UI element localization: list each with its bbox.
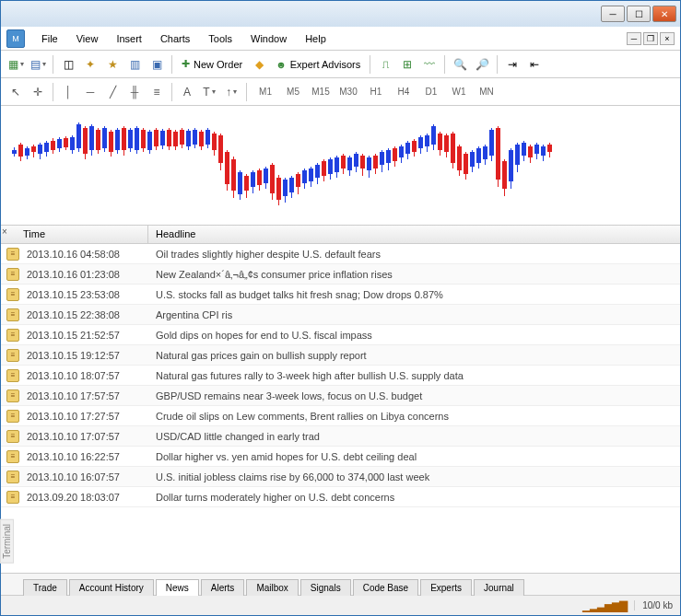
news-row[interactable]: ≡2013.10.10 17:57:57GBP/USD remains near…: [1, 386, 680, 406]
news-headline: New Zealand×´â‚¬â„¢s consumer price infl…: [148, 269, 680, 280]
bar-chart-icon[interactable]: ⎍: [376, 55, 394, 74]
news-time: 2013.10.10 17:27:57: [23, 411, 148, 422]
timeframe-w1[interactable]: W1: [446, 84, 472, 100]
statusbar: ▁▂▃▅▆▇ 10/0 kb: [1, 595, 680, 615]
chart-shift-icon[interactable]: ⇤: [525, 55, 544, 74]
terminal-label: Terminal: [0, 519, 14, 564]
navigator-icon[interactable]: ✦: [81, 55, 100, 74]
crosshair-icon[interactable]: ✛: [29, 83, 47, 101]
arrows-icon[interactable]: ↑: [222, 83, 241, 101]
news-item-icon: ≡: [6, 268, 19, 281]
new-chart-icon[interactable]: ▦: [6, 55, 25, 74]
cursor-icon[interactable]: ↖: [6, 83, 25, 101]
market-watch-icon[interactable]: ◫: [59, 55, 77, 74]
mdi-close-button[interactable]: ×: [660, 32, 675, 45]
news-headline: USD/CAD little changed in early trad: [148, 431, 680, 442]
text-label-icon[interactable]: T: [200, 83, 218, 101]
news-headline: Gold dips on hopes for end to U.S. fisca…: [148, 330, 680, 341]
menu-file[interactable]: File: [32, 30, 67, 47]
news-headline: U.S. initial jobless claims rise by 66,0…: [148, 471, 680, 482]
timeframe-m30[interactable]: M30: [335, 84, 361, 100]
news-row[interactable]: ≡2013.10.15 19:12:57Natural gas prices g…: [1, 345, 680, 366]
news-time: 2013.10.10 17:57:57: [23, 390, 148, 401]
menu-help[interactable]: Help: [296, 30, 335, 47]
auto-scroll-icon[interactable]: ⇥: [503, 55, 522, 74]
metaquotes-icon[interactable]: ◆: [250, 55, 268, 74]
news-row[interactable]: ≡2013.10.10 16:22:57Dollar higher vs. ye…: [1, 447, 680, 467]
window-close-button[interactable]: ✕: [652, 6, 676, 22]
channel-icon[interactable]: ╫: [125, 83, 144, 101]
tab-code-base[interactable]: Code Base: [353, 579, 418, 596]
standard-toolbar: ▦ ▤ ◫ ✦ ★ ▥ ▣ ✚ New Order ◆ ☻ Expert Adv…: [1, 51, 680, 78]
terminal-tabs: TradeAccount HistoryNewsAlertsMailboxSig…: [1, 573, 680, 595]
tab-journal[interactable]: Journal: [474, 579, 524, 596]
fibonacci-icon[interactable]: ≡: [147, 83, 166, 101]
pane-close-icon[interactable]: ×: [2, 227, 11, 236]
tab-account-history[interactable]: Account History: [69, 579, 154, 596]
chart-area[interactable]: [1, 106, 680, 226]
menu-tools[interactable]: Tools: [199, 30, 241, 47]
timeframe-d1[interactable]: D1: [418, 84, 444, 100]
news-time: 2013.10.16 04:58:08: [23, 249, 148, 260]
news-headline: Natural gas prices gain on bullish suppl…: [148, 350, 680, 361]
horizontal-line-icon[interactable]: ─: [81, 83, 100, 101]
tab-trade[interactable]: Trade: [23, 579, 67, 596]
zoom-out-icon[interactable]: 🔎: [473, 55, 491, 74]
news-row[interactable]: ≡2013.10.15 21:52:57Gold dips on hopes f…: [1, 325, 680, 345]
timeframe-m5[interactable]: M5: [280, 84, 306, 100]
news-row[interactable]: ≡2013.10.15 22:38:08Argentina CPI ris: [1, 305, 680, 325]
timeframe-m15[interactable]: M15: [308, 84, 334, 100]
news-time: 2013.10.15 23:53:08: [23, 289, 148, 300]
timeframe-h1[interactable]: H1: [363, 84, 389, 100]
news-headline: GBP/USD remains near 3-week lows, focus …: [148, 390, 680, 401]
expert-advisors-button[interactable]: ☻ Expert Advisors: [272, 59, 364, 70]
news-row[interactable]: ≡2013.10.10 18:07:57Natural gas futures …: [1, 366, 680, 386]
timeframe-m1[interactable]: M1: [252, 84, 278, 100]
candle-chart-icon[interactable]: ⊞: [398, 55, 417, 74]
menu-charts[interactable]: Charts: [151, 30, 199, 47]
trendline-icon[interactable]: ╱: [103, 83, 122, 101]
news-row[interactable]: ≡2013.10.10 17:27:57Crude oil slips on L…: [1, 406, 680, 426]
timeframe-mn[interactable]: MN: [474, 84, 499, 100]
terminal-pane: × Time Headline ≡2013.10.16 04:58:08Oil …: [1, 226, 680, 595]
timeframe-h4[interactable]: H4: [391, 84, 417, 100]
profiles-icon[interactable]: ▤: [29, 55, 47, 74]
tab-experts[interactable]: Experts: [420, 579, 472, 596]
column-time[interactable]: Time: [1, 226, 148, 243]
menu-view[interactable]: View: [67, 30, 108, 47]
tester-icon[interactable]: ▥: [125, 55, 144, 74]
news-item-icon: ≡: [6, 248, 19, 261]
data-window-icon[interactable]: ▣: [147, 55, 166, 74]
news-headline: U.S. stocks fall as budget talks hit fre…: [148, 289, 680, 300]
menu-insert[interactable]: Insert: [107, 30, 151, 47]
news-headline: Oil trades slightly higher despite U.S. …: [148, 249, 680, 260]
zoom-in-icon[interactable]: 🔍: [451, 55, 469, 74]
window-maximize-button[interactable]: ☐: [627, 6, 651, 22]
news-row[interactable]: ≡2013.10.15 23:53:08U.S. stocks fall as …: [1, 285, 680, 305]
news-item-icon: ≡: [6, 410, 19, 423]
news-row[interactable]: ≡2013.10.10 17:07:57USD/CAD little chang…: [1, 426, 680, 447]
window-minimize-button[interactable]: ─: [601, 6, 625, 22]
news-row[interactable]: ≡2013.10.16 04:58:08Oil trades slightly …: [1, 244, 680, 264]
menubar: M FileViewInsertChartsToolsWindowHelp ─ …: [1, 27, 680, 51]
tab-mailbox[interactable]: Mailbox: [246, 579, 298, 596]
column-headline[interactable]: Headline: [148, 226, 680, 243]
new-order-button[interactable]: ✚ New Order: [178, 58, 246, 70]
news-time: 2013.10.15 21:52:57: [23, 330, 148, 341]
mdi-restore-button[interactable]: ❐: [643, 32, 658, 45]
tab-alerts[interactable]: Alerts: [201, 579, 245, 596]
vertical-line-icon[interactable]: │: [59, 83, 77, 101]
text-icon[interactable]: A: [178, 83, 196, 101]
news-header: Time Headline: [1, 226, 680, 244]
news-row[interactable]: ≡2013.10.16 01:23:08New Zealand×´â‚¬â„¢s…: [1, 264, 680, 285]
mdi-minimize-button[interactable]: ─: [627, 32, 641, 45]
line-chart-icon[interactable]: 〰: [420, 55, 439, 74]
tab-news[interactable]: News: [156, 579, 199, 596]
menu-window[interactable]: Window: [241, 30, 296, 47]
tab-signals[interactable]: Signals: [300, 579, 351, 596]
news-list: ≡2013.10.16 04:58:08Oil trades slightly …: [1, 244, 680, 573]
news-time: 2013.10.15 22:38:08: [23, 309, 148, 320]
terminal-icon[interactable]: ★: [103, 55, 122, 74]
news-row[interactable]: ≡2013.10.10 16:07:57U.S. initial jobless…: [1, 467, 680, 487]
news-row[interactable]: ≡2013.09.20 18:03:07Dollar turns moderat…: [1, 487, 680, 507]
